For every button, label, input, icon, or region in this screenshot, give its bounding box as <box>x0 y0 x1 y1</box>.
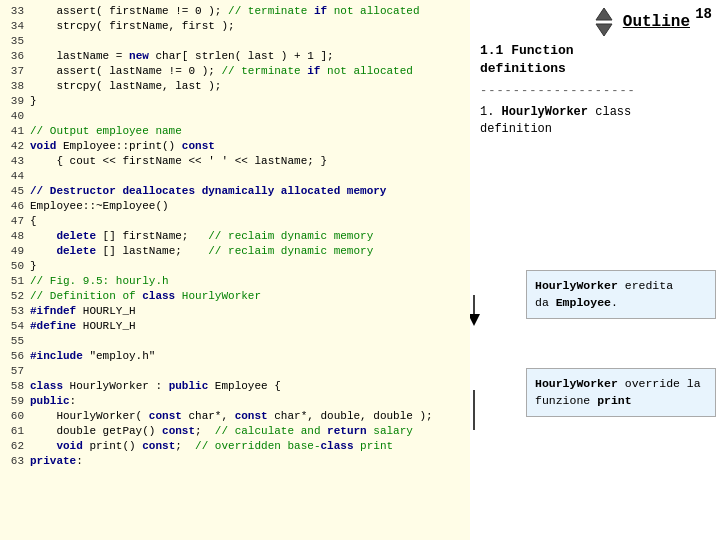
tooltip2-class: HourlyWorker <box>535 377 618 390</box>
code-text: private: <box>30 454 83 469</box>
code-text: public: <box>30 394 76 409</box>
line-number: 46 <box>0 199 30 214</box>
code-text: assert( lastName != 0 ); // terminate if… <box>30 64 413 79</box>
code-text: } <box>30 259 37 274</box>
table-row: 49 delete [] lastName; // reclaim dynami… <box>0 244 470 259</box>
table-row: 37 assert( lastName != 0 ); // terminate… <box>0 64 470 79</box>
line-number: 63 <box>0 454 30 469</box>
table-row: 45// Destructor deallocates dynamically … <box>0 184 470 199</box>
code-text: // Fig. 9.5: hourly.h <box>30 274 169 289</box>
code-text: lastName = new char[ strlen( last ) + 1 … <box>30 49 334 64</box>
line-number: 43 <box>0 154 30 169</box>
line-number: 33 <box>0 4 30 19</box>
table-row: 48 delete [] firstName; // reclaim dynam… <box>0 229 470 244</box>
line-number: 53 <box>0 304 30 319</box>
line-number: 35 <box>0 34 30 49</box>
line-number: 58 <box>0 379 30 394</box>
line-number: 60 <box>0 409 30 424</box>
code-text: void Employee::print() const <box>30 139 215 154</box>
outline-header: Outline <box>480 6 710 38</box>
table-row: 40 <box>0 109 470 124</box>
line-number: 59 <box>0 394 30 409</box>
tooltip-heredita: HourlyWorker ereditada Employee. <box>526 270 716 319</box>
table-row: 43 { cout << firstName << ' ' << lastNam… <box>0 154 470 169</box>
table-row: 44 <box>0 169 470 184</box>
line-number: 51 <box>0 274 30 289</box>
code-text: strcpy( firstName, first ); <box>30 19 235 34</box>
table-row: 39} <box>0 94 470 109</box>
line-number: 36 <box>0 49 30 64</box>
line-number: 44 <box>0 169 30 184</box>
line-number: 41 <box>0 124 30 139</box>
tooltip2-method: print <box>597 394 632 407</box>
tooltip1-class: HourlyWorker <box>535 279 618 292</box>
code-text: // Definition of class HourlyWorker <box>30 289 261 304</box>
code-text: delete [] lastName; // reclaim dynamic m… <box>30 244 373 259</box>
table-row: 41// Output employee name <box>0 124 470 139</box>
table-row: 38 strcpy( lastName, last ); <box>0 79 470 94</box>
right-panel: Outline 18 1.1 Functiondefinitions -----… <box>470 0 720 540</box>
table-row: 62 void print() const; // overridden bas… <box>0 439 470 454</box>
code-text: // Output employee name <box>30 124 182 139</box>
table-row: 50} <box>0 259 470 274</box>
code-text: strcpy( lastName, last ); <box>30 79 221 94</box>
line-number: 39 <box>0 94 30 109</box>
code-text: { cout << firstName << ' ' << lastName; … <box>30 154 327 169</box>
code-text: class HourlyWorker : public Employee { <box>30 379 281 394</box>
code-text: assert( firstName != 0 ); // terminate i… <box>30 4 420 19</box>
code-text: { <box>30 214 37 229</box>
line-number: 40 <box>0 109 30 124</box>
line-number: 48 <box>0 229 30 244</box>
line-number: 62 <box>0 439 30 454</box>
table-row: 34 strcpy( firstName, first ); <box>0 19 470 34</box>
table-row: 47{ <box>0 214 470 229</box>
svg-marker-0 <box>596 8 612 20</box>
line-number: 45 <box>0 184 30 199</box>
line-number: 47 <box>0 214 30 229</box>
code-text: #ifndef HOURLY_H <box>30 304 136 319</box>
code-text: HourlyWorker( const char*, const char*, … <box>30 409 433 424</box>
tooltip1-parent: Employee <box>556 296 611 309</box>
code-text: void print() const; // overridden base-c… <box>30 439 393 454</box>
table-row: 55 <box>0 334 470 349</box>
up-arrow[interactable] <box>593 6 615 22</box>
section-2-title: 1. HourlyWorker classdefinition <box>480 104 710 138</box>
line-number: 56 <box>0 349 30 364</box>
line-number: 34 <box>0 19 30 34</box>
table-row: 35 <box>0 34 470 49</box>
table-row: 56#include "employ.h" <box>0 349 470 364</box>
table-row: 51// Fig. 9.5: hourly.h <box>0 274 470 289</box>
line-number: 38 <box>0 79 30 94</box>
page-number: 18 <box>695 6 712 22</box>
code-text: } <box>30 94 37 109</box>
outline-nav <box>593 6 615 38</box>
line-number: 37 <box>0 64 30 79</box>
section-1-title: 1.1 Functiondefinitions <box>480 42 710 78</box>
code-text: double getPay() const; // calculate and … <box>30 424 413 439</box>
table-row: 46Employee::~Employee() <box>0 199 470 214</box>
line-number: 49 <box>0 244 30 259</box>
code-text: Employee::~Employee() <box>30 199 169 214</box>
outline-label: Outline <box>623 13 690 31</box>
line-number: 42 <box>0 139 30 154</box>
line-number: 57 <box>0 364 30 379</box>
down-arrow[interactable] <box>593 22 615 38</box>
code-panel: 33 assert( firstName != 0 ); // terminat… <box>0 0 470 540</box>
table-row: 60 HourlyWorker( const char*, const char… <box>0 409 470 424</box>
table-row: 54#define HOURLY_H <box>0 319 470 334</box>
line-number: 50 <box>0 259 30 274</box>
table-row: 36 lastName = new char[ strlen( last ) +… <box>0 49 470 64</box>
line-number: 55 <box>0 334 30 349</box>
table-row: 42void Employee::print() const <box>0 139 470 154</box>
tooltip-override: HourlyWorker override lafunzione print <box>526 368 716 417</box>
line-number: 52 <box>0 289 30 304</box>
table-row: 33 assert( firstName != 0 ); // terminat… <box>0 4 470 19</box>
table-row: 53#ifndef HOURLY_H <box>0 304 470 319</box>
code-text: delete [] firstName; // reclaim dynamic … <box>30 229 373 244</box>
table-row: 63private: <box>0 454 470 469</box>
svg-marker-1 <box>596 24 612 36</box>
table-row: 52// Definition of class HourlyWorker <box>0 289 470 304</box>
hourlyworker-mono: HourlyWorker <box>502 105 588 119</box>
table-row: 58class HourlyWorker : public Employee { <box>0 379 470 394</box>
line-number: 54 <box>0 319 30 334</box>
